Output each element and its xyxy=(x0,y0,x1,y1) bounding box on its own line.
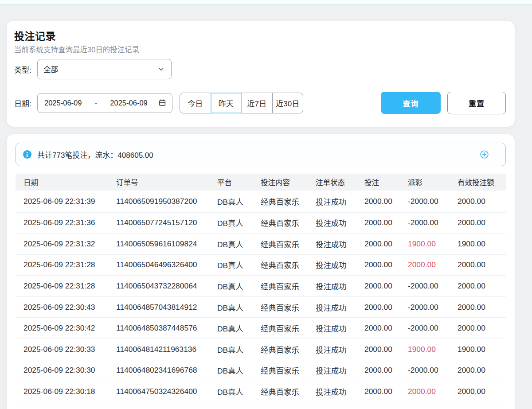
quick-range-today[interactable]: 今日 xyxy=(180,93,211,113)
type-select[interactable]: 全部 xyxy=(37,59,172,79)
table-row: 2025-06-09 22:31:39 1140065091950387200 … xyxy=(16,191,506,213)
calendar-icon xyxy=(159,99,166,106)
cell-order: 1140065046496326400 xyxy=(116,260,217,269)
cell-payout: -2000.00 xyxy=(408,197,458,206)
cell-valid: 2000.00 xyxy=(458,281,507,291)
date-end-value: 2025-06-09 xyxy=(110,99,147,107)
cell-platform: DB真人 xyxy=(217,323,261,334)
plus-circle-icon[interactable] xyxy=(480,150,489,159)
cell-platform: DB真人 xyxy=(217,259,261,270)
column-header-valid: 有效投注额 xyxy=(458,177,507,187)
cell-payout: -2000.00 xyxy=(408,281,458,291)
cell-order: 1140065043732280064 xyxy=(116,281,217,291)
cell-bet: 2000.00 xyxy=(364,197,408,206)
summary-text: 共计773笔投注，流水：408605.00 xyxy=(37,149,153,160)
table-row: 2025-06-09 22:31:36 1140065077245157120 … xyxy=(16,213,506,234)
cell-content: 经典百家乐 xyxy=(261,344,316,355)
cell-content: 经典百家乐 xyxy=(261,302,316,313)
table-row: 2025-06-09 22:30:33 1140064814211963136 … xyxy=(16,339,506,360)
page-subtitle: 当前系统支持查询最近30日的投注记录 xyxy=(14,46,506,54)
results-card: 共计773笔投注，流水：408605.00 日期 订单号 平台 投注内容 注单状… xyxy=(7,134,515,409)
cell-status: 投注成功 xyxy=(316,217,364,228)
cell-status: 投注成功 xyxy=(316,196,364,207)
chevron-down-icon xyxy=(158,66,164,72)
cell-platform: DB真人 xyxy=(217,196,261,207)
table-body: 2025-06-09 22:31:39 1140065091950387200 … xyxy=(16,191,506,402)
cell-order: 1140064850387448576 xyxy=(116,323,217,333)
cell-order: 1140064750324326400 xyxy=(116,387,217,396)
cell-content: 经典百家乐 xyxy=(261,217,316,228)
cell-payout: -2000.00 xyxy=(408,323,458,333)
cell-status: 投注成功 xyxy=(316,259,364,270)
date-filter-row: 日期: 2025-06-09 - 2025-06-09 今日 昨天 近7日 近3… xyxy=(14,92,506,114)
cell-bet: 2000.00 xyxy=(364,387,408,396)
cell-valid: 2000.00 xyxy=(458,366,507,375)
cell-status: 投注成功 xyxy=(316,365,364,376)
cell-status: 投注成功 xyxy=(316,323,364,334)
cell-order: 1140064802341696768 xyxy=(116,366,217,375)
cell-order: 1140065091950387200 xyxy=(116,197,217,206)
cell-payout: -2000.00 xyxy=(408,303,458,312)
quick-range-7days[interactable]: 近7日 xyxy=(242,93,273,113)
quick-range-30days[interactable]: 近30日 xyxy=(273,93,303,113)
cell-date: 2025-06-09 22:31:39 xyxy=(16,197,116,206)
date-range-picker[interactable]: 2025-06-09 - 2025-06-09 xyxy=(37,93,172,113)
cell-bet: 2000.00 xyxy=(364,218,408,227)
table-row: 2025-06-09 22:30:42 1140064850387448576 … xyxy=(16,318,506,339)
cell-order: 1140064857043814912 xyxy=(116,303,217,312)
cell-valid: 2000.00 xyxy=(458,260,507,269)
cell-content: 经典百家乐 xyxy=(261,238,316,249)
cell-valid: 2000.00 xyxy=(458,218,507,227)
cell-status: 投注成功 xyxy=(316,386,364,397)
cell-date: 2025-06-09 22:30:43 xyxy=(16,303,116,312)
search-button[interactable]: 查询 xyxy=(381,92,441,114)
column-header-order: 订单号 xyxy=(116,177,217,187)
date-range-separator: - xyxy=(93,99,99,107)
date-start-value: 2025-06-09 xyxy=(44,99,82,107)
cell-bet: 2000.00 xyxy=(364,303,408,312)
cell-payout: 2000.00 xyxy=(408,260,458,269)
table-row: 2025-06-09 22:30:43 1140064857043814912 … xyxy=(16,297,506,318)
cell-content: 经典百家乐 xyxy=(261,259,316,270)
cell-date: 2025-06-09 22:31:32 xyxy=(16,239,116,249)
cell-valid: 2000.00 xyxy=(458,197,507,206)
cell-payout: -2000.00 xyxy=(408,366,458,375)
reset-button[interactable]: 重置 xyxy=(447,92,506,114)
cell-order: 1140065059616109824 xyxy=(116,239,217,249)
top-strip xyxy=(0,0,532,5)
cell-bet: 2000.00 xyxy=(364,239,408,249)
filter-card: 投注记录 当前系统支持查询最近30日的投注记录 类型: 全部 日期: 2025-… xyxy=(7,21,515,127)
cell-payout: -2000.00 xyxy=(408,218,458,227)
cell-date: 2025-06-09 22:30:42 xyxy=(16,323,116,333)
cell-date: 2025-06-09 22:30:18 xyxy=(16,387,116,396)
cell-payout: 2000.00 xyxy=(408,387,458,396)
cell-status: 投注成功 xyxy=(316,238,364,249)
cell-platform: DB真人 xyxy=(217,302,261,313)
cell-platform: DB真人 xyxy=(217,238,261,249)
type-select-value: 全部 xyxy=(43,64,58,74)
cell-bet: 2000.00 xyxy=(364,260,408,269)
table-row: 2025-06-09 22:31:32 1140065059616109824 … xyxy=(16,234,506,255)
cell-date: 2025-06-09 22:30:30 xyxy=(16,366,116,375)
cell-valid: 2000.00 xyxy=(458,387,507,396)
page-title: 投注记录 xyxy=(14,31,506,42)
quick-range-yesterday[interactable]: 昨天 xyxy=(211,93,242,113)
cell-content: 经典百家乐 xyxy=(261,386,316,397)
column-header-bet: 投注 xyxy=(364,177,408,187)
column-header-status: 注单状态 xyxy=(316,177,364,187)
column-header-platform: 平台 xyxy=(217,177,261,187)
cell-platform: DB真人 xyxy=(217,344,261,355)
cell-status: 投注成功 xyxy=(316,302,364,313)
cell-platform: DB真人 xyxy=(217,217,261,228)
type-label: 类型: xyxy=(14,64,37,75)
cell-bet: 2000.00 xyxy=(364,345,408,354)
cell-bet: 2000.00 xyxy=(364,281,408,291)
cell-content: 经典百家乐 xyxy=(261,280,316,292)
table-row: 2025-06-09 22:31:28 1140065046496326400 … xyxy=(16,255,506,276)
table-row: 2025-06-09 22:30:18 1140064750324326400 … xyxy=(16,381,506,402)
cell-date: 2025-06-09 22:31:28 xyxy=(16,281,116,291)
cell-valid: 1900.00 xyxy=(458,239,507,249)
date-label: 日期: xyxy=(14,97,37,109)
cell-status: 投注成功 xyxy=(316,344,364,355)
table-row: 2025-06-09 22:30:30 1140064802341696768 … xyxy=(16,360,506,382)
